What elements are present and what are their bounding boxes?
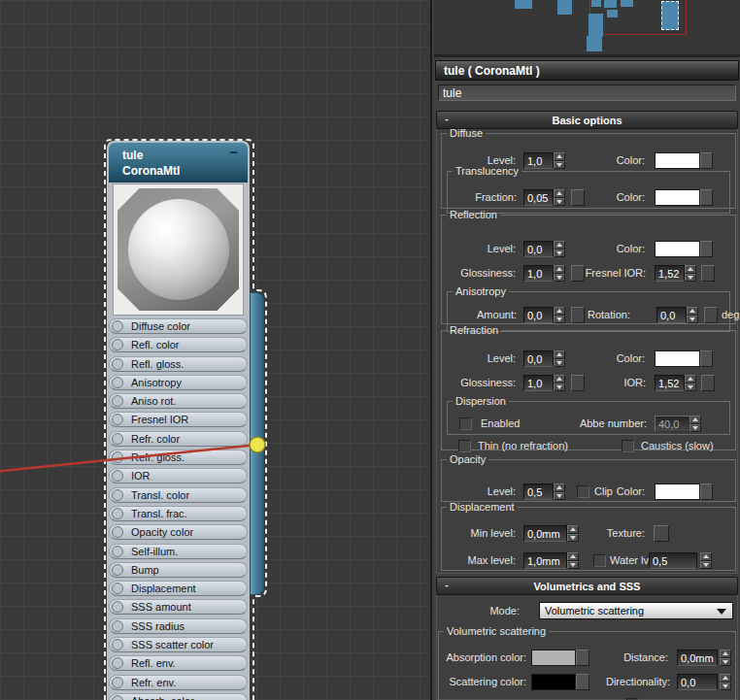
anisotropy-rotation-map-button[interactable] xyxy=(704,307,718,323)
slot-socket-icon[interactable] xyxy=(112,620,123,632)
node-output-strip[interactable] xyxy=(250,292,264,595)
minimap-node[interactable] xyxy=(515,0,532,9)
displacement-texture-button[interactable] xyxy=(654,525,669,542)
slot-socket-icon[interactable] xyxy=(112,564,123,576)
distance-spin-arrows[interactable] xyxy=(720,650,731,666)
node-slot-absorb-color[interactable]: Absorb. color xyxy=(109,693,248,700)
slot-socket-icon[interactable] xyxy=(112,358,123,370)
mode-dropdown[interactable]: Volumetric scattering xyxy=(539,602,733,619)
translucency-fraction-spinner[interactable]: 0,05 xyxy=(523,189,554,206)
translucency-color-swatch[interactable] xyxy=(655,189,700,206)
reflection-glossiness-spin-arrows[interactable] xyxy=(554,265,565,282)
opacity-color-map-button[interactable] xyxy=(700,483,713,500)
rollout-volumetrics-collapse-icon[interactable]: - xyxy=(445,579,449,590)
slot-socket-icon[interactable] xyxy=(112,583,123,594)
reflection-level-spin-arrows[interactable] xyxy=(554,241,565,257)
fresnel-ior-map-button[interactable] xyxy=(701,265,715,282)
thin-refraction-checkbox[interactable] xyxy=(458,440,471,452)
slot-socket-icon[interactable] xyxy=(112,695,123,700)
scattering-color-swatch[interactable] xyxy=(531,674,576,690)
node-collapse-icon[interactable]: − xyxy=(229,145,238,160)
slot-socket-icon[interactable] xyxy=(112,395,123,407)
refraction-glossiness-spinner[interactable]: 1,0 xyxy=(523,375,554,391)
node-slot-ior[interactable]: IOR xyxy=(109,468,248,483)
opacity-level-spinner[interactable]: 0,5 xyxy=(523,483,554,500)
opacity-color-swatch[interactable] xyxy=(655,483,700,500)
water-level-spinner[interactable]: 0,5 xyxy=(649,552,697,569)
fresnel-ior-spinner[interactable]: 1,52 xyxy=(655,265,685,282)
node-slot-refl-gloss[interactable]: Refl. gloss. xyxy=(109,356,248,372)
node-slot-refr-color[interactable]: Refr. color xyxy=(109,431,248,447)
absorption-color-map-button[interactable] xyxy=(576,650,589,666)
refraction-ior-map-button[interactable] xyxy=(701,375,715,391)
minimap-node[interactable] xyxy=(589,14,603,37)
material-name-input[interactable]: tule xyxy=(438,84,736,101)
node-slot-refl-env[interactable]: Refl. env. xyxy=(109,655,248,671)
fresnel-ior-spin-arrows[interactable] xyxy=(685,265,696,282)
node-slot-bump[interactable]: Bump xyxy=(109,562,248,578)
node-slot-opacity-color[interactable]: Opacity color xyxy=(109,524,248,540)
minimap-node[interactable] xyxy=(557,0,572,15)
translucency-fraction-map-button[interactable] xyxy=(571,189,585,206)
slot-socket-icon[interactable] xyxy=(112,677,123,688)
minimap-node[interactable] xyxy=(587,36,602,51)
node-slot-transl-color[interactable]: Transl. color xyxy=(109,487,248,503)
rollout-collapse-icon[interactable]: - xyxy=(445,113,449,124)
refraction-glossiness-spin-arrows[interactable] xyxy=(554,375,565,391)
translucency-color-map-button[interactable] xyxy=(700,189,713,206)
slot-socket-icon[interactable] xyxy=(112,377,123,388)
slot-socket-icon[interactable] xyxy=(112,320,123,332)
reflection-color-swatch[interactable] xyxy=(655,241,700,257)
node-slot-sss-scatter-color[interactable]: SSS scatter color xyxy=(109,637,248,652)
refraction-color-swatch[interactable] xyxy=(655,350,700,367)
water-level-checkbox[interactable] xyxy=(593,554,606,567)
anisotropy-rotation-spinner[interactable]: 0,0 xyxy=(656,307,687,323)
displacement-min-spin-arrows[interactable] xyxy=(567,525,579,542)
water-level-spin-arrows[interactable] xyxy=(700,552,712,569)
directionality-spinner[interactable]: 0,0 xyxy=(677,674,718,690)
anisotropy-rotation-spin-arrows[interactable] xyxy=(687,307,698,323)
slot-socket-icon[interactable] xyxy=(112,546,123,557)
opacity-clip-checkbox[interactable] xyxy=(577,485,589,498)
reflection-glossiness-spinner[interactable]: 1,0 xyxy=(523,265,554,282)
node-slot-self-illum[interactable]: Self-illum. xyxy=(109,544,248,559)
anisotropy-amount-spinner[interactable]: 0,0 xyxy=(523,307,554,323)
displacement-min-spinner[interactable]: 0,0mm xyxy=(523,525,567,542)
node-slot-refl-color[interactable]: Refl. color xyxy=(109,337,248,352)
node-slot-sss-radius[interactable]: SSS radius xyxy=(109,618,248,634)
node-slot-sss-amount[interactable]: SSS amount xyxy=(109,599,248,615)
node-slot-aniso-rot[interactable]: Aniso rot. xyxy=(109,393,248,409)
slot-socket-icon[interactable] xyxy=(112,489,123,501)
material-node-coronamtl[interactable]: tule CoronaMtl − Diffuse colorRefl. colo… xyxy=(107,141,250,700)
slot-socket-icon[interactable] xyxy=(112,451,123,463)
slot-socket-icon[interactable] xyxy=(112,657,123,669)
slot-socket-icon[interactable] xyxy=(112,639,123,650)
node-slot-anisotropy[interactable]: Anisotropy xyxy=(109,375,248,390)
scattering-color-map-button[interactable] xyxy=(576,674,589,690)
anisotropy-amount-spin-arrows[interactable] xyxy=(554,307,565,323)
minimap-node[interactable] xyxy=(607,10,618,17)
slot-socket-icon[interactable] xyxy=(112,339,123,350)
minimap[interactable] xyxy=(434,0,740,57)
rollout-volumetrics[interactable]: - Volumetrics and SSS xyxy=(436,577,738,595)
minimap-node[interactable] xyxy=(591,0,601,7)
minimap-node[interactable] xyxy=(604,0,617,8)
displacement-max-spinner[interactable]: 1,0mm xyxy=(523,552,567,569)
directionality-spin-arrows[interactable] xyxy=(720,674,731,690)
minimap-node-selected[interactable] xyxy=(661,1,679,30)
node-slot-diffuse-color[interactable]: Diffuse color xyxy=(109,318,248,334)
absorption-color-swatch[interactable] xyxy=(531,650,576,666)
node-slot-transl-frac[interactable]: Transl. frac. xyxy=(109,506,248,521)
translucency-fraction-spin-arrows[interactable] xyxy=(554,189,565,206)
dispersion-enabled-checkbox[interactable] xyxy=(459,417,472,430)
refraction-level-spinner[interactable]: 0,0 xyxy=(523,350,554,367)
slot-socket-icon[interactable] xyxy=(112,601,123,613)
opacity-level-spin-arrows[interactable] xyxy=(554,483,565,500)
minimap-node[interactable] xyxy=(621,0,633,7)
distance-spinner[interactable]: 0,0mm xyxy=(677,650,718,666)
node-view-canvas[interactable]: tule CoronaMtl − Diffuse colorRefl. colo… xyxy=(0,0,430,700)
refraction-ior-spinner[interactable]: 1,52 xyxy=(655,375,685,391)
abbe-number-spin-arrows[interactable] xyxy=(690,416,701,432)
node-slot-fresnel-ior[interactable]: Fresnel IOR xyxy=(109,412,248,427)
node-slot-displacement[interactable]: Displacement xyxy=(109,581,248,596)
